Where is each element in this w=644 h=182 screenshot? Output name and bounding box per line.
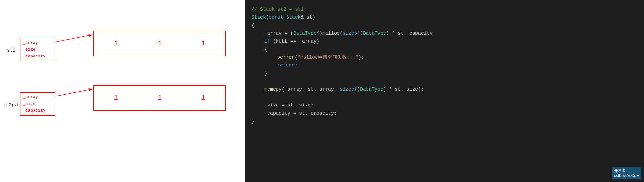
st1-field-size: _size — [23, 46, 53, 53]
code-line-perror: perror("malloc申请空间失败!!!"); — [251, 54, 638, 62]
code-line-blank-1 — [251, 78, 638, 86]
st1-struct-box: _array _size _capacity — [20, 38, 55, 61]
code-line-constructor-decl: Stack(const Stack& st) — [251, 14, 638, 22]
code-line-if-null: if (NULL == _array) — [251, 38, 638, 46]
code-line-capacity-assign: _capacity = st._capacity; — [251, 110, 638, 118]
code-comment-text: // Stack st2 = st1; — [251, 6, 307, 14]
st1-field-array: _array — [23, 40, 53, 46]
st2-array-box: 1 1 1 — [93, 85, 226, 111]
st1-array-box: 1 1 1 — [93, 31, 226, 56]
watermark: 开发者 cstDevZe.CoM — [612, 167, 641, 179]
st2-cell-1: 1 — [148, 94, 171, 102]
code-line-size-assign: _size = st._size; — [251, 102, 638, 110]
st2-cell-2: 1 — [191, 94, 215, 102]
code-line-close-brace-if: } — [251, 70, 638, 78]
watermark-line1: 开发者 — [614, 168, 639, 174]
code-line-open-brace-outer: { — [251, 22, 638, 30]
st1-cell-2: 1 — [191, 40, 215, 48]
code-line-return: return; — [251, 62, 638, 70]
st2-field-capacity: _capacity — [23, 107, 53, 114]
svg-line-1 — [55, 35, 93, 42]
code-panel: // Stack st2 = st1; Stack(const Stack& s… — [245, 0, 644, 182]
code-line-comment: // Stack st2 = st1; — [251, 6, 638, 14]
st2-cell-0: 1 — [104, 94, 128, 102]
st1-field-capacity: _capacity — [23, 53, 53, 60]
code-line-blank-2 — [251, 94, 638, 102]
svg-line-2 — [55, 89, 93, 96]
code-line-memcpy: memcpy(_array, st._array, sizeof(DataTyp… — [251, 86, 638, 94]
code-line-close-brace-outer: } — [251, 118, 638, 126]
code-line-malloc: _array = (DataType*)malloc(sizeof(DataTy… — [251, 30, 638, 38]
st2-struct-box: _array _size _capacity — [20, 92, 55, 116]
st1-label: st1 — [7, 48, 15, 53]
diagram-panel: st1 _array _size _capacity 1 1 1 st2(st1… — [0, 0, 245, 182]
st1-cell-1: 1 — [148, 40, 171, 48]
watermark-line2: cstDevZe.CoM — [614, 173, 639, 178]
st1-cell-0: 1 — [104, 40, 128, 48]
st2-field-size: _size — [23, 101, 53, 107]
code-line-open-brace-if: { — [251, 46, 638, 54]
st2-field-array: _array — [23, 94, 53, 101]
code-class-stack: Stack — [251, 14, 266, 22]
